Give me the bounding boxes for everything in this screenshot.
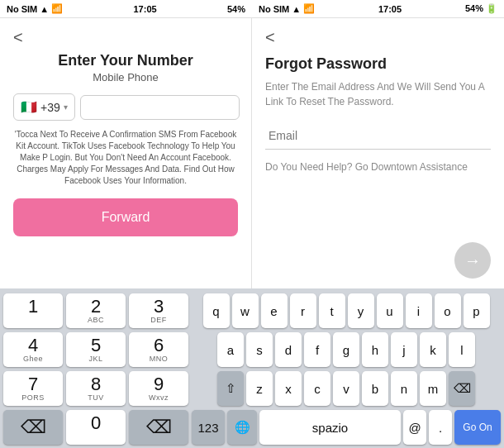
at-key[interactable]: @ [403,410,426,445]
key-v[interactable]: v [333,371,359,406]
help-text: Do You Need Help? Go Downtown Assistance [265,161,491,173]
key-a[interactable]: a [217,332,244,367]
key-h[interactable]: h [362,332,388,367]
qwerty-row-2: a s d f g h j k l [192,332,501,367]
country-code: +39 [40,101,60,114]
key-4[interactable]: 4 Ghee [3,332,63,367]
key-m[interactable]: m [420,371,446,406]
qwerty-row-1: q w e r t y u i o p [192,293,501,328]
back-button-right[interactable]: < [265,28,491,47]
key-3[interactable]: 3 DEF [129,293,188,328]
key-g[interactable]: g [333,332,359,367]
carrier-left: No SIM [7,4,37,14]
disclaimer-text: 'Tocca Next To Receive A Confirmation SM… [13,129,238,187]
keyboard-combined: 1 2 ABC 3 DEF 4 Ghee 5 [3,293,501,445]
key-z[interactable]: z [246,371,273,406]
key-0[interactable]: 0 [66,410,126,445]
key-c[interactable]: c [304,371,330,406]
key-i[interactable]: i [406,293,432,328]
key-star[interactable]: ⌫ [3,410,63,445]
key-7[interactable]: 7 PORS [3,371,63,406]
globe-key[interactable]: 🌐 [227,410,257,445]
numpad-row-4: ⌫ 0 ⌫ [3,410,188,445]
go-arrow-button[interactable]: → [454,242,491,279]
key-6[interactable]: 6 MNO [129,332,188,367]
forgot-password-description: Enter The Email Address And We Will Send… [265,79,491,109]
numpad-row-3: 7 PORS 8 TUV 9 Wxvz [3,371,188,406]
key-r[interactable]: r [290,293,316,328]
time-right: 17:05 [378,4,402,14]
right-panel: < Forgot Password Enter The Email Addres… [252,18,504,288]
signal-left: ▲ [40,4,49,14]
numpad-row-2: 4 Ghee 5 JKL 6 MNO [3,332,188,367]
dot-key[interactable]: . [429,410,452,445]
qwerty: q w e r t y u i o p a s d f g h j k l [192,293,501,445]
key-f[interactable]: f [304,332,330,367]
key-t[interactable]: t [319,293,345,328]
key-9[interactable]: 9 Wxvz [129,371,188,406]
key-1[interactable]: 1 [3,293,63,328]
qwerty-bottom-row: 123 🌐 spazio @ . Go On [192,410,501,445]
status-bar-right: No SIM ▲ 📶 17:05 54% 🔋 [252,0,504,18]
status-bar-left: No SIM ▲ 📶 17:05 54% [0,0,252,18]
time-left: 17:05 [134,4,157,14]
num-switch-key[interactable]: 123 [192,410,225,445]
key-e[interactable]: e [261,293,288,328]
battery-right: 54% [227,4,245,14]
key-u[interactable]: u [377,293,403,328]
numpad-row-1: 1 2 ABC 3 DEF [3,293,188,328]
battery-right2: 54% 🔋 [465,3,497,14]
key-p[interactable]: p [464,293,490,328]
chevron-down-icon: ▾ [64,102,68,112]
keyboard: 1 2 ABC 3 DEF 4 Ghee 5 [0,288,504,448]
key-y[interactable]: y [348,293,374,328]
wifi-left: 📶 [51,3,63,14]
forward-button[interactable]: Forward [13,198,238,236]
country-flag: 🇮🇹 [21,99,37,115]
carrier-right: No SIM [259,4,289,14]
key-x[interactable]: x [275,371,302,406]
left-panel: < Enter Your Number Mobile Phone 🇮🇹 +39 … [0,18,252,288]
go-on-key[interactable]: Go On [454,410,501,445]
phone-number-input[interactable] [80,95,240,120]
key-q[interactable]: q [203,293,230,328]
key-delete[interactable]: ⌫ [129,410,188,445]
phone-input-row: 🇮🇹 +39 ▾ [13,93,238,121]
space-key[interactable]: spazio [259,410,401,445]
key-2[interactable]: 2 ABC [66,293,126,328]
key-l[interactable]: l [449,332,475,367]
left-panel-title: Enter Your Number [13,52,238,69]
key-k[interactable]: k [420,332,446,367]
key-8[interactable]: 8 TUV [66,371,126,406]
country-selector[interactable]: 🇮🇹 +39 ▾ [13,93,75,121]
key-d[interactable]: d [275,332,302,367]
shift-key[interactable]: ⇧ [217,371,244,406]
main-content: < Enter Your Number Mobile Phone 🇮🇹 +39 … [0,18,504,288]
numpad: 1 2 ABC 3 DEF 4 Ghee 5 [3,293,188,445]
status-bars: No SIM ▲ 📶 17:05 54% No SIM ▲ 📶 17:05 54… [0,0,504,18]
key-5[interactable]: 5 JKL [66,332,126,367]
left-panel-subtitle: Mobile Phone [13,71,238,83]
key-s[interactable]: s [246,332,273,367]
backspace-key[interactable]: ⌫ [449,371,475,406]
signal-right: ▲ [292,4,301,14]
wifi-right: 📶 [303,3,315,14]
key-n[interactable]: n [391,371,417,406]
key-j[interactable]: j [391,332,417,367]
key-w[interactable]: w [232,293,259,328]
forgot-password-title: Forgot Password [265,55,491,73]
email-input[interactable] [265,122,491,150]
qwerty-row-3: ⇧ z x c v b n m ⌫ [192,371,501,406]
key-o[interactable]: o [435,293,461,328]
back-button-left[interactable]: < [13,28,238,47]
key-b[interactable]: b [362,371,388,406]
